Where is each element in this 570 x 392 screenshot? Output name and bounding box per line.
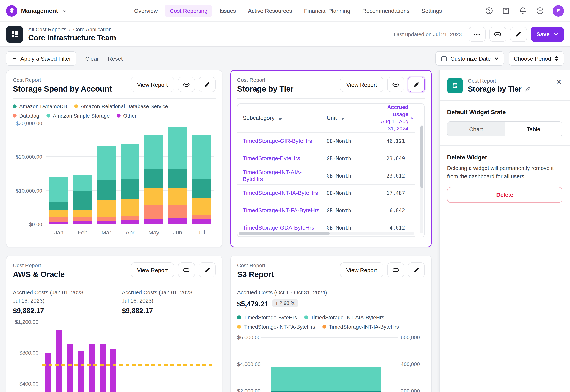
bar-segment-other [168,218,187,224]
scrollbar-thumb[interactable] [239,232,330,235]
bar-segment-datadog [144,206,163,219]
table-row: TimedStorage-INT-AIA-ByteHrsGB-Month23,6… [237,167,416,184]
left-axis-tick-label: $2,000.00 [237,388,258,392]
bar-segment-amazon-simple-storage [144,135,163,169]
bar-segment-datadog [168,205,187,218]
bar-segment-amazon-relational-database-service [97,200,116,217]
table-horizontal-scrollbar[interactable] [239,232,414,235]
customize-date-button[interactable]: Customize Date [435,51,504,66]
widget-state-table-option[interactable]: Table [505,122,562,136]
column-header-subcategory[interactable]: Subcategory [237,104,321,132]
nav-item-active-resources[interactable]: Active Resources [243,4,297,17]
stacked-bar-jul [192,135,211,224]
widget-edit-button[interactable] [408,262,425,277]
breadcrumb: All Cost Reports / Core Application [28,26,116,32]
legend-item-other: Other [117,113,137,119]
copy-link-button[interactable] [489,27,506,42]
save-button[interactable]: Save [531,27,564,42]
bar-segment-timedstorage-bytehrs [271,391,381,392]
nav-item-recommendations[interactable]: Recommendations [357,4,414,17]
widget-link-button[interactable] [387,262,404,277]
bar-segment-amazon-dynamodb [144,169,163,188]
stat-label: Accrued Costs (Jan 01, 2023 –Jul 16, 202… [13,289,88,305]
widget-type-label: Cost Report [13,77,112,83]
filter-icon [11,56,17,61]
x-axis-label: Mar [97,229,116,236]
widget-type-label: Cost Report [237,77,293,83]
nav-item-settings[interactable]: Settings [417,4,447,17]
legend-dot-icon [117,114,121,118]
column-header-accrued-usage[interactable]: Accrued Usage Aug 1 - Aug 31, 2024 [369,104,416,132]
widget-title: Storage by Tier [237,84,293,94]
widget-edit-button[interactable] [199,77,216,92]
view-report-button[interactable]: View Report [131,262,174,277]
widget-link-button[interactable] [178,77,195,92]
link-icon [183,82,190,87]
legend-dot-icon [46,114,50,118]
user-avatar[interactable]: E [553,5,564,16]
changelog-icon[interactable] [502,7,510,15]
y-axis-tick-label: $0.00 [13,221,42,227]
y-axis-tick-label: $30,000.00 [13,120,42,126]
bar-segment-amazon-relational-database-service [73,210,92,217]
accrued-usage-cell: 4,612 [369,236,416,238]
widget-title: S3 Report [237,270,274,279]
nav-item-cost-reporting[interactable]: Cost Reporting [165,4,212,17]
reset-filters-link[interactable]: Reset [108,55,123,62]
scrollbar-thumb[interactable] [420,126,423,187]
table-vertical-scrollbar[interactable] [420,125,423,233]
clear-filters-link[interactable]: Clear [85,55,99,62]
nav-item-financial-planning[interactable]: Financial Planning [299,4,355,17]
stacked-bar-feb [73,175,92,224]
bar-segment-amazon-dynamodb [73,191,92,210]
breadcrumb-all-cost-reports[interactable]: All Cost Reports [28,26,66,32]
view-report-button[interactable]: View Report [340,262,383,277]
page-header: All Cost Reports / Core Application Core… [0,21,570,47]
rename-pencil-icon[interactable] [525,86,531,92]
stat-label: Accrued Costs (Oct 1 - Oct 31, 2024) [237,289,425,297]
reference-dashed-line [42,364,212,366]
y-axis-tick-label: $800.00 [13,350,39,356]
widget-edit-button-active[interactable] [408,77,425,92]
stacked-bar-may [144,135,163,224]
close-panel-icon[interactable]: ✕ [555,78,562,86]
widget-state-chart-option[interactable]: Chart [447,122,505,136]
chart-legend: TimedStorage-ByteHrsTimedStorage-INT-AIA… [237,314,414,330]
notifications-bell-icon[interactable] [519,7,527,15]
more-actions-button[interactable] [469,27,486,42]
bar-segment-datadog [121,216,139,220]
legend-label: Amazon Relational Database Service [81,103,168,109]
widget-link-button[interactable] [387,77,404,92]
edit-report-button[interactable] [510,27,527,42]
create-new-icon[interactable] [536,7,544,15]
save-chevron-icon [554,33,558,36]
subcategory-link[interactable]: TimedStorage-ByteHrs [243,155,300,161]
accrued-costs-stats: Accrued Costs (Jan 01, 2023 –Jul 16, 202… [13,289,216,315]
delete-widget-button[interactable]: Delete [447,187,562,203]
apply-saved-filter-button[interactable]: Apply a Saved Filter [6,51,76,66]
view-report-button[interactable]: View Report [131,77,174,92]
breadcrumb-core-application[interactable]: Core Application [73,26,111,32]
nav-item-overview[interactable]: Overview [129,4,163,17]
dashboard-body: Cost Report Storage Spend by Account Vie… [0,70,570,392]
widget-link-button[interactable] [178,262,195,277]
subcategory-link[interactable]: TimedStorage-INT-FA-ByteHrs [243,207,320,213]
widget-storage-by-tier[interactable]: Cost Report Storage by Tier View Report [230,70,432,247]
workspace-switcher[interactable]: Management [6,5,67,16]
choose-period-button[interactable]: Choose Period [509,51,564,66]
subcategory-link[interactable]: TimedStorage-GDA-ByteHrs [243,224,314,231]
help-icon[interactable] [485,7,493,15]
legend-label: Amazon Simple Storage [53,113,110,119]
widget-edit-button[interactable] [199,262,216,277]
bar-segment-other [121,220,139,224]
view-report-button[interactable]: View Report [340,77,383,92]
column-header-unit[interactable]: Unit [321,104,369,132]
bar-segment-amazon-relational-database-service [144,188,163,206]
nav-item-issues[interactable]: Issues [215,4,241,17]
right-axis-tick-label: 600,000 [401,334,425,340]
subcategory-link[interactable]: TimedStorage-INT-AIA-ByteHrs [243,169,302,182]
stat-block: Accrued Costs (Jan 01, 2023 –Jul 16, 202… [13,289,88,315]
subcategory-link[interactable]: TimedStorage-GIR-ByteHrs [243,138,312,144]
legend-dot-icon [13,104,17,108]
subcategory-link[interactable]: TimedStorage-INT-IA-ByteHrs [243,190,318,196]
